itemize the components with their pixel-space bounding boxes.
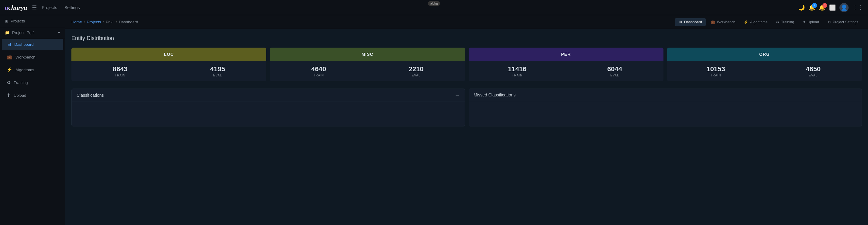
misc-eval-label: EVAL [367,74,465,77]
classifications-panel: Classifications → [71,88,465,126]
sidebar-item-workbench[interactable]: 💼 Workbench [2,51,63,63]
nav-projects-link[interactable]: Projects [42,5,57,10]
classifications-panel-body [72,102,465,126]
per-train-label: TRAIN [469,74,566,77]
entity-card-org-header: ORG [667,48,862,61]
tab-project-settings-icon: ⚙ [828,20,831,24]
entity-cards: LOC 8643 TRAIN 4195 EVAL MISC [71,48,862,81]
window-button[interactable]: ⬜ [829,4,836,11]
dark-mode-button[interactable]: 🌙 [798,4,805,11]
algorithms-icon: ⚡ [7,67,12,72]
tab-dashboard[interactable]: 🖥 Dashboard [675,18,706,26]
sidebar-item-dashboard-label: Dashboard [14,42,34,47]
tab-training[interactable]: ♻ Training [772,18,798,26]
sidebar-item-algorithms-label: Algorithms [16,68,34,72]
breadcrumb-home[interactable]: Home [71,20,82,24]
notifications-badge: 2 [823,3,827,8]
misc-train-stat: 4640 TRAIN [270,65,367,77]
tab-workbench-label: Workbench [717,20,735,24]
entity-card-loc-header: LOC [71,48,266,61]
sidebar-projects-label: Projects [11,19,25,23]
misc-train-label: TRAIN [270,74,367,77]
tab-project-settings-label: Project Settings [833,20,858,24]
nav-settings-link[interactable]: Settings [64,5,80,10]
per-eval-stat: 6044 EVAL [566,65,663,77]
entity-card-misc-header: MISC [270,48,465,61]
app-logo: acharya [5,4,27,11]
breadcrumb-sep-3: / [116,20,117,24]
missed-classifications-panel-title: Missed Classifications [474,92,516,97]
breadcrumb-projects[interactable]: Projects [87,20,101,24]
breadcrumb-sep-2: / [103,20,104,24]
avatar[interactable]: 👤 [839,3,848,12]
sidebar-projects-header: ⊞ Projects [0,15,65,27]
classifications-arrow-icon: → [455,92,460,98]
sidebar-item-upload-label: Upload [14,93,26,98]
loc-eval-label: EVAL [169,74,267,77]
main-content: Home / Projects / Prj-1 / Dashboard 🖥 Da… [65,15,868,225]
loc-train-label: TRAIN [71,74,169,77]
tab-workbench-icon: 💼 [711,20,715,24]
tab-upload-icon: ⬆ [803,20,806,24]
breadcrumb-project: Prj-1 [106,20,114,24]
classifications-panel-title: Classifications [76,93,104,98]
entity-card-loc: LOC 8643 TRAIN 4195 EVAL [71,48,266,81]
per-eval-label: EVAL [566,74,663,77]
per-eval-value: 6044 [566,65,663,73]
per-train-value: 11416 [469,65,566,73]
page-tabs: 🖥 Dashboard 💼 Workbench ⚡ Algorithms ♻ T… [675,18,862,26]
notifications-alt-badge: 2 [812,3,817,8]
breadcrumb: Home / Projects / Prj-1 / Dashboard [71,20,138,24]
project-name-label: Project: Prj-1 [12,30,35,35]
org-eval-stat: 4650 EVAL [764,65,862,77]
notifications-button[interactable]: 🔔 2 [819,4,826,11]
tab-upload-label: Upload [808,20,819,24]
content-area: Entity Distribution LOC 8643 TRAIN 4195 … [65,29,868,225]
org-train-value: 10153 [667,65,765,73]
entity-card-per-body: 11416 TRAIN 6044 EVAL [469,61,663,81]
dashboard-icon: 🖥 [7,42,11,47]
entity-card-org-body: 10153 TRAIN 4650 EVAL [667,61,862,81]
tab-upload[interactable]: ⬆ Upload [799,18,823,26]
missed-classifications-panel-header: Missed Classifications [469,89,862,101]
project-header[interactable]: 📁 Project: Prj-1 ▾ [0,27,65,38]
sidebar-item-algorithms[interactable]: ⚡ Algorithms [2,64,63,76]
more-menu-button[interactable]: ⋮⋮ [852,4,863,11]
loc-eval-value: 4195 [169,65,267,73]
nav-icons: 🌙 🔔 2 🔔 2 ⬜ 👤 ⋮⋮ [798,3,863,12]
top-nav: acharya ☰ Projects Settings alpha 🌙 🔔 2 … [0,0,868,15]
sidebar-item-workbench-label: Workbench [16,55,36,60]
org-eval-value: 4650 [764,65,862,73]
tab-algorithms[interactable]: ⚡ Algorithms [740,18,771,26]
section-title: Entity Distribution [71,35,862,42]
tab-project-settings[interactable]: ⚙ Project Settings [824,18,862,26]
breadcrumb-page: Dashboard [119,20,138,24]
entity-card-loc-body: 8643 TRAIN 4195 EVAL [71,61,266,81]
org-train-label: TRAIN [667,74,765,77]
org-train-stat: 10153 TRAIN [667,65,765,77]
entity-card-misc: MISC 4640 TRAIN 2210 EVAL [270,48,465,81]
entity-card-per: PER 11416 TRAIN 6044 EVAL [469,48,663,81]
top-bar: Home / Projects / Prj-1 / Dashboard 🖥 Da… [65,15,868,29]
tab-algorithms-icon: ⚡ [744,20,748,24]
nav-links: Projects Settings [42,5,80,10]
entity-card-misc-body: 4640 TRAIN 2210 EVAL [270,61,465,81]
misc-eval-value: 2210 [367,65,465,73]
sidebar-item-upload[interactable]: ⬆ Upload [2,89,63,101]
sidebar: ⊞ Projects 📁 Project: Prj-1 ▾ 🖥 Dashboar… [0,15,65,225]
tab-training-icon: ♻ [776,20,779,24]
sidebar-item-dashboard[interactable]: 🖥 Dashboard [2,39,63,50]
tab-workbench[interactable]: 💼 Workbench [707,18,739,26]
tab-dashboard-label: Dashboard [684,20,702,24]
misc-train-value: 4640 [270,65,367,73]
breadcrumb-sep-1: / [84,20,85,24]
project-folder-icon: 📁 [5,30,10,35]
entity-card-org: ORG 10153 TRAIN 4650 EVAL [667,48,862,81]
loc-train-value: 8643 [71,65,169,73]
sidebar-item-training[interactable]: ♻ Training [2,77,63,88]
hamburger-button[interactable]: ☰ [32,4,37,11]
app-layout: ⊞ Projects 📁 Project: Prj-1 ▾ 🖥 Dashboar… [0,15,868,225]
bottom-panels: Classifications → Missed Classifications [71,88,862,126]
misc-eval-stat: 2210 EVAL [367,65,465,77]
notifications-alt-button[interactable]: 🔔 2 [808,4,815,11]
